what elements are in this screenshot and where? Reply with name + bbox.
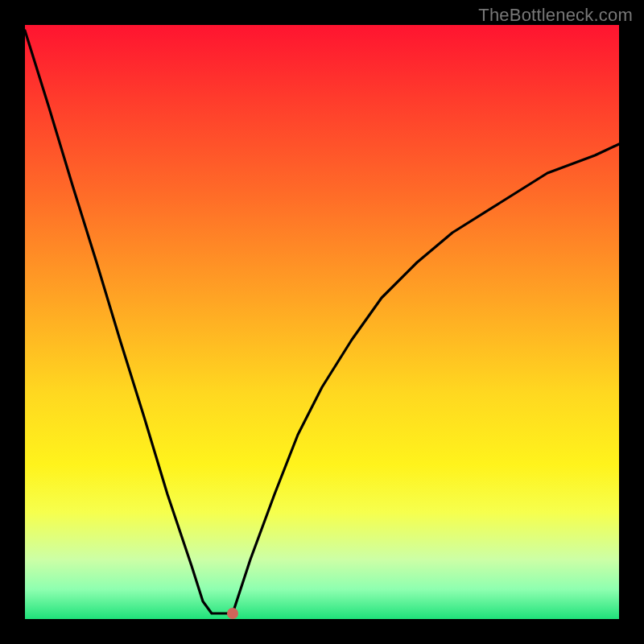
bottleneck-curve	[25, 25, 619, 619]
marker-dot	[227, 608, 238, 619]
watermark-text: TheBottleneck.com	[478, 5, 633, 26]
plot-area	[25, 25, 619, 619]
curve-path	[25, 31, 619, 613]
chart-stage: TheBottleneck.com	[0, 0, 644, 644]
